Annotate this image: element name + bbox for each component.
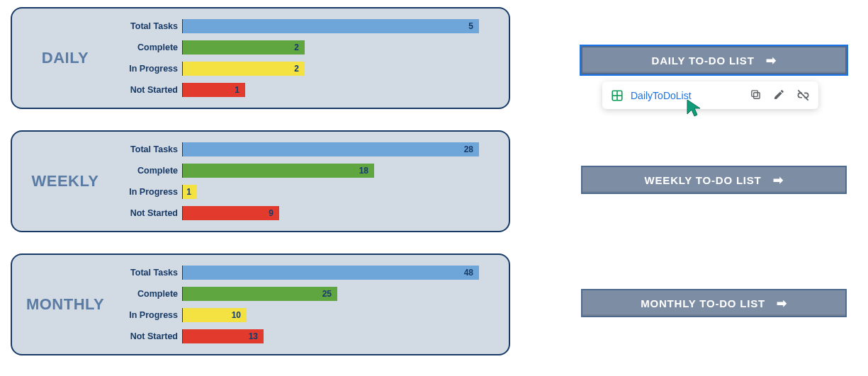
monthly-bars: Total Tasks 48 Complete 25 In Progress 1… xyxy=(111,262,499,347)
bar-label: In Progress xyxy=(111,187,182,197)
bar-fill-complete: 25 xyxy=(183,287,337,301)
bar-label: In Progress xyxy=(111,310,182,320)
bar-label: In Progress xyxy=(111,64,182,74)
bar-fill-inprogress: 2 xyxy=(183,62,305,76)
bar-row-notstarted: Not Started 1 xyxy=(111,79,499,101)
svg-rect-4 xyxy=(752,91,758,96)
bar-track: 5 xyxy=(182,19,499,33)
bar-row-notstarted: Not Started 13 xyxy=(111,326,499,347)
weekly-bars: Total Tasks 28 Complete 18 In Progress 1… xyxy=(111,139,499,224)
daily-bars: Total Tasks 5 Complete 2 In Progress 2 N… xyxy=(111,16,499,101)
unlink-icon[interactable] xyxy=(796,89,810,102)
daily-todo-nav-button[interactable]: DAILY TO-DO LIST ➡ xyxy=(581,46,847,74)
daily-summary-panel: DAILY Total Tasks 5 Complete 2 In Progre… xyxy=(11,7,510,109)
hyperlink-target-link[interactable]: DailyToDoList xyxy=(631,90,750,101)
bar-fill-inprogress: 1 xyxy=(183,185,197,199)
cursor-pointer-icon xyxy=(686,98,703,118)
bar-row-total: Total Tasks 48 xyxy=(111,262,499,283)
bar-label: Not Started xyxy=(111,85,182,95)
nav-label: MONTHLY TO-DO LIST xyxy=(641,297,765,309)
nav-label: DAILY TO-DO LIST xyxy=(652,55,755,67)
monthly-summary-panel: MONTHLY Total Tasks 48 Complete 25 In Pr… xyxy=(11,253,510,355)
arrow-right-icon: ➡ xyxy=(777,296,787,311)
bar-fill-total: 28 xyxy=(183,142,479,156)
weekly-panel-title: WEEKLY xyxy=(19,172,111,190)
bar-fill-complete: 18 xyxy=(183,164,374,178)
bar-row-notstarted: Not Started 9 xyxy=(111,203,499,224)
svg-rect-3 xyxy=(754,93,760,99)
arrow-right-icon: ➡ xyxy=(773,173,784,188)
monthly-panel-title: MONTHLY xyxy=(19,295,111,314)
bar-fill-notstarted: 9 xyxy=(183,206,279,220)
bar-label: Not Started xyxy=(111,208,182,218)
bar-row-complete: Complete 25 xyxy=(111,283,499,304)
bar-track: 2 xyxy=(182,62,499,76)
bar-row-inprogress: In Progress 1 xyxy=(111,181,499,203)
hyperlink-popup: DailyToDoList xyxy=(602,81,818,109)
sheets-icon xyxy=(611,89,624,102)
bar-row-complete: Complete 2 xyxy=(111,37,499,58)
bar-label: Not Started xyxy=(111,331,182,341)
bar-label: Complete xyxy=(111,166,182,176)
bar-fill-complete: 2 xyxy=(183,40,305,55)
bar-track: 2 xyxy=(182,40,499,55)
arrow-right-icon: ➡ xyxy=(766,53,777,68)
bar-label: Total Tasks xyxy=(111,268,182,278)
weekly-todo-nav-button[interactable]: WEEKLY TO-DO LIST ➡ xyxy=(581,166,847,194)
bar-track: 1 xyxy=(182,83,499,97)
daily-panel-title: DAILY xyxy=(19,49,111,67)
bar-label: Total Tasks xyxy=(111,21,182,31)
bar-label: Complete xyxy=(111,289,182,299)
bar-fill-notstarted: 1 xyxy=(183,83,245,97)
bar-row-inprogress: In Progress 10 xyxy=(111,304,499,326)
svg-line-5 xyxy=(798,90,808,100)
weekly-summary-panel: WEEKLY Total Tasks 28 Complete 18 In Pro… xyxy=(11,130,510,232)
bar-label: Total Tasks xyxy=(111,144,182,154)
bar-fill-total: 48 xyxy=(183,266,479,280)
bar-row-complete: Complete 18 xyxy=(111,160,499,181)
bar-row-total: Total Tasks 5 xyxy=(111,16,499,37)
copy-icon[interactable] xyxy=(750,89,762,102)
bar-fill-notstarted: 13 xyxy=(183,329,264,343)
bar-row-inprogress: In Progress 2 xyxy=(111,58,499,79)
bar-row-total: Total Tasks 28 xyxy=(111,139,499,160)
bar-label: Complete xyxy=(111,42,182,52)
edit-icon[interactable] xyxy=(773,89,785,102)
bar-fill-total: 5 xyxy=(183,19,479,33)
bar-fill-inprogress: 10 xyxy=(183,308,247,322)
monthly-todo-nav-button[interactable]: MONTHLY TO-DO LIST ➡ xyxy=(581,289,847,317)
nav-label: WEEKLY TO-DO LIST xyxy=(645,174,762,186)
